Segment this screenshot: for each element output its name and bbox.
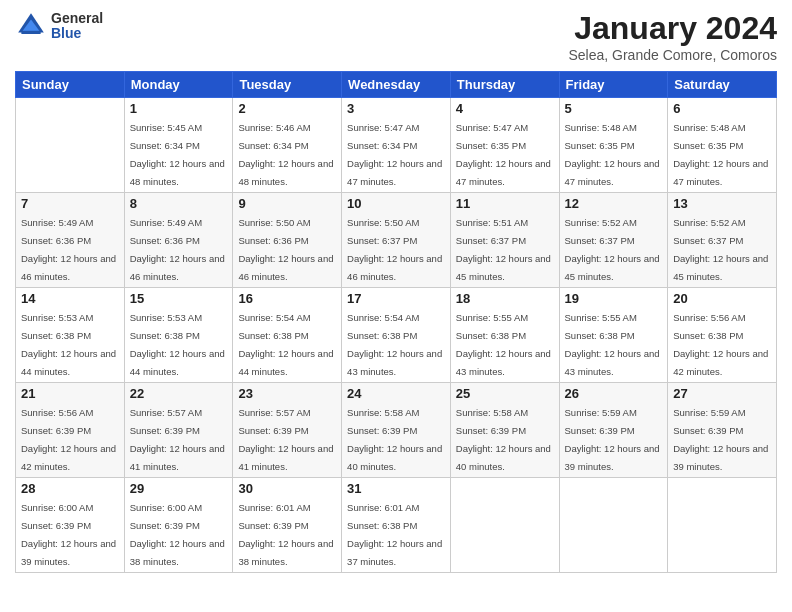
calendar-cell: 2Sunrise: 5:46 AMSunset: 6:34 PMDaylight… [233, 98, 342, 193]
calendar-week-row: 28Sunrise: 6:00 AMSunset: 6:39 PMDayligh… [16, 478, 777, 573]
calendar-header-row: SundayMondayTuesdayWednesdayThursdayFrid… [16, 72, 777, 98]
logo-general-text: General [51, 11, 103, 26]
svg-rect-2 [21, 31, 40, 34]
day-number: 6 [673, 101, 771, 116]
day-detail: Sunrise: 5:56 AMSunset: 6:38 PMDaylight:… [673, 312, 768, 377]
logo-icon [15, 10, 47, 42]
calendar-cell: 1Sunrise: 5:45 AMSunset: 6:34 PMDaylight… [124, 98, 233, 193]
day-number: 19 [565, 291, 663, 306]
day-number: 20 [673, 291, 771, 306]
day-number: 26 [565, 386, 663, 401]
day-number: 1 [130, 101, 228, 116]
day-number: 31 [347, 481, 445, 496]
day-detail: Sunrise: 5:49 AMSunset: 6:36 PMDaylight:… [21, 217, 116, 282]
day-detail: Sunrise: 5:54 AMSunset: 6:38 PMDaylight:… [238, 312, 333, 377]
calendar-header-wednesday: Wednesday [342, 72, 451, 98]
day-detail: Sunrise: 6:00 AMSunset: 6:39 PMDaylight:… [130, 502, 225, 567]
day-number: 2 [238, 101, 336, 116]
day-detail: Sunrise: 5:48 AMSunset: 6:35 PMDaylight:… [565, 122, 660, 187]
day-number: 21 [21, 386, 119, 401]
calendar-cell: 14Sunrise: 5:53 AMSunset: 6:38 PMDayligh… [16, 288, 125, 383]
calendar-cell: 5Sunrise: 5:48 AMSunset: 6:35 PMDaylight… [559, 98, 668, 193]
day-number: 25 [456, 386, 554, 401]
header: General Blue January 2024 Selea, Grande … [15, 10, 777, 63]
calendar-cell: 16Sunrise: 5:54 AMSunset: 6:38 PMDayligh… [233, 288, 342, 383]
calendar-cell: 27Sunrise: 5:59 AMSunset: 6:39 PMDayligh… [668, 383, 777, 478]
calendar-cell: 24Sunrise: 5:58 AMSunset: 6:39 PMDayligh… [342, 383, 451, 478]
calendar-cell [559, 478, 668, 573]
day-detail: Sunrise: 5:55 AMSunset: 6:38 PMDaylight:… [456, 312, 551, 377]
day-number: 14 [21, 291, 119, 306]
calendar-cell: 23Sunrise: 5:57 AMSunset: 6:39 PMDayligh… [233, 383, 342, 478]
calendar-header-thursday: Thursday [450, 72, 559, 98]
day-detail: Sunrise: 6:01 AMSunset: 6:39 PMDaylight:… [238, 502, 333, 567]
day-number: 11 [456, 196, 554, 211]
day-detail: Sunrise: 5:53 AMSunset: 6:38 PMDaylight:… [130, 312, 225, 377]
day-detail: Sunrise: 5:52 AMSunset: 6:37 PMDaylight:… [565, 217, 660, 282]
calendar-cell: 30Sunrise: 6:01 AMSunset: 6:39 PMDayligh… [233, 478, 342, 573]
calendar-week-row: 1Sunrise: 5:45 AMSunset: 6:34 PMDaylight… [16, 98, 777, 193]
calendar-cell: 11Sunrise: 5:51 AMSunset: 6:37 PMDayligh… [450, 193, 559, 288]
calendar-week-row: 21Sunrise: 5:56 AMSunset: 6:39 PMDayligh… [16, 383, 777, 478]
calendar-cell: 13Sunrise: 5:52 AMSunset: 6:37 PMDayligh… [668, 193, 777, 288]
calendar-cell: 9Sunrise: 5:50 AMSunset: 6:36 PMDaylight… [233, 193, 342, 288]
day-detail: Sunrise: 5:47 AMSunset: 6:35 PMDaylight:… [456, 122, 551, 187]
calendar-header-friday: Friday [559, 72, 668, 98]
calendar-cell [450, 478, 559, 573]
day-detail: Sunrise: 5:59 AMSunset: 6:39 PMDaylight:… [565, 407, 660, 472]
day-detail: Sunrise: 5:59 AMSunset: 6:39 PMDaylight:… [673, 407, 768, 472]
day-number: 30 [238, 481, 336, 496]
calendar-header-tuesday: Tuesday [233, 72, 342, 98]
calendar-cell: 28Sunrise: 6:00 AMSunset: 6:39 PMDayligh… [16, 478, 125, 573]
day-number: 18 [456, 291, 554, 306]
day-detail: Sunrise: 5:57 AMSunset: 6:39 PMDaylight:… [238, 407, 333, 472]
calendar-cell: 21Sunrise: 5:56 AMSunset: 6:39 PMDayligh… [16, 383, 125, 478]
day-number: 3 [347, 101, 445, 116]
calendar-week-row: 7Sunrise: 5:49 AMSunset: 6:36 PMDaylight… [16, 193, 777, 288]
day-number: 24 [347, 386, 445, 401]
page: General Blue January 2024 Selea, Grande … [0, 0, 792, 612]
month-title: January 2024 [568, 10, 777, 47]
calendar-cell [668, 478, 777, 573]
day-detail: Sunrise: 6:01 AMSunset: 6:38 PMDaylight:… [347, 502, 442, 567]
calendar-cell: 20Sunrise: 5:56 AMSunset: 6:38 PMDayligh… [668, 288, 777, 383]
day-detail: Sunrise: 6:00 AMSunset: 6:39 PMDaylight:… [21, 502, 116, 567]
day-detail: Sunrise: 5:48 AMSunset: 6:35 PMDaylight:… [673, 122, 768, 187]
day-detail: Sunrise: 5:53 AMSunset: 6:38 PMDaylight:… [21, 312, 116, 377]
day-number: 5 [565, 101, 663, 116]
calendar-table: SundayMondayTuesdayWednesdayThursdayFrid… [15, 71, 777, 573]
day-detail: Sunrise: 5:57 AMSunset: 6:39 PMDaylight:… [130, 407, 225, 472]
day-number: 23 [238, 386, 336, 401]
calendar-cell: 10Sunrise: 5:50 AMSunset: 6:37 PMDayligh… [342, 193, 451, 288]
day-number: 13 [673, 196, 771, 211]
calendar-cell: 12Sunrise: 5:52 AMSunset: 6:37 PMDayligh… [559, 193, 668, 288]
day-number: 9 [238, 196, 336, 211]
day-number: 29 [130, 481, 228, 496]
day-detail: Sunrise: 5:58 AMSunset: 6:39 PMDaylight:… [347, 407, 442, 472]
day-detail: Sunrise: 5:56 AMSunset: 6:39 PMDaylight:… [21, 407, 116, 472]
day-number: 15 [130, 291, 228, 306]
day-number: 4 [456, 101, 554, 116]
logo-text: General Blue [51, 11, 103, 42]
day-number: 17 [347, 291, 445, 306]
day-detail: Sunrise: 5:47 AMSunset: 6:34 PMDaylight:… [347, 122, 442, 187]
day-detail: Sunrise: 5:49 AMSunset: 6:36 PMDaylight:… [130, 217, 225, 282]
day-detail: Sunrise: 5:52 AMSunset: 6:37 PMDaylight:… [673, 217, 768, 282]
day-number: 22 [130, 386, 228, 401]
calendar-cell: 15Sunrise: 5:53 AMSunset: 6:38 PMDayligh… [124, 288, 233, 383]
calendar-header-saturday: Saturday [668, 72, 777, 98]
calendar-cell: 29Sunrise: 6:00 AMSunset: 6:39 PMDayligh… [124, 478, 233, 573]
calendar-cell: 6Sunrise: 5:48 AMSunset: 6:35 PMDaylight… [668, 98, 777, 193]
day-detail: Sunrise: 5:50 AMSunset: 6:36 PMDaylight:… [238, 217, 333, 282]
calendar-cell: 25Sunrise: 5:58 AMSunset: 6:39 PMDayligh… [450, 383, 559, 478]
day-detail: Sunrise: 5:54 AMSunset: 6:38 PMDaylight:… [347, 312, 442, 377]
calendar-cell: 22Sunrise: 5:57 AMSunset: 6:39 PMDayligh… [124, 383, 233, 478]
day-detail: Sunrise: 5:51 AMSunset: 6:37 PMDaylight:… [456, 217, 551, 282]
calendar-cell: 8Sunrise: 5:49 AMSunset: 6:36 PMDaylight… [124, 193, 233, 288]
day-number: 8 [130, 196, 228, 211]
calendar-cell: 26Sunrise: 5:59 AMSunset: 6:39 PMDayligh… [559, 383, 668, 478]
day-number: 12 [565, 196, 663, 211]
title-section: January 2024 Selea, Grande Comore, Comor… [568, 10, 777, 63]
day-number: 7 [21, 196, 119, 211]
location: Selea, Grande Comore, Comoros [568, 47, 777, 63]
